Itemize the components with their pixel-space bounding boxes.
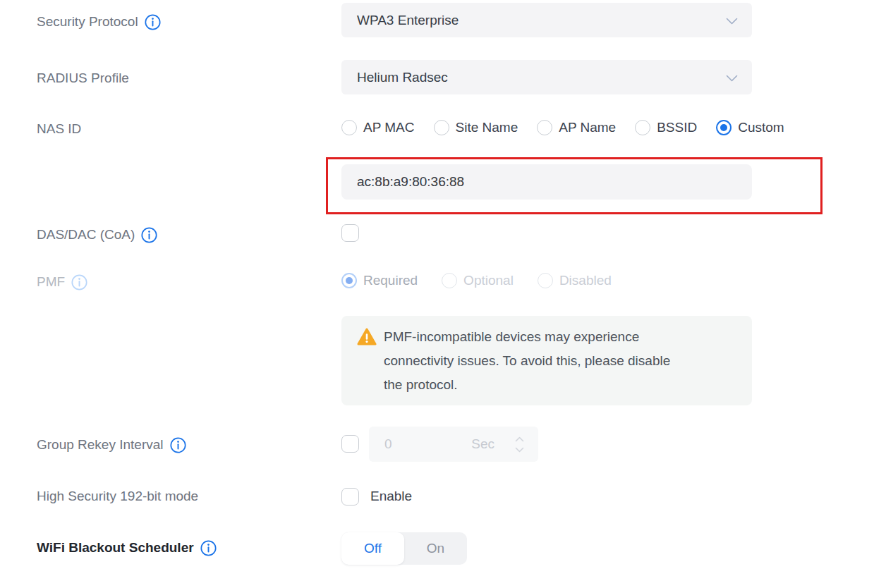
nas-id-option-ap-name[interactable]: AP Name <box>537 120 616 135</box>
chevron-down-icon <box>726 13 738 29</box>
chevron-down-icon <box>726 71 738 86</box>
security-protocol-label: Security Protocol <box>37 13 161 31</box>
warning-icon <box>357 328 377 350</box>
group-rekey-unit: Sec <box>471 427 494 462</box>
nas-id-label: NAS ID <box>37 120 81 138</box>
toggle-on-option[interactable]: On <box>404 532 467 565</box>
high-security-enable-checkbox[interactable] <box>341 488 359 506</box>
group-rekey-value-input[interactable] <box>369 427 482 462</box>
pmf-option-required: Required <box>341 273 418 288</box>
pmf-warning-notice: PMF-incompatible devices may experience … <box>341 316 752 405</box>
radio-icon <box>434 120 449 135</box>
pmf-label: PMF <box>37 273 87 291</box>
nas-id-custom-input[interactable] <box>341 164 752 200</box>
info-icon[interactable] <box>145 14 161 30</box>
security-protocol-value: WPA3 Enterprise <box>357 13 726 28</box>
warning-text: PMF-incompatible devices may experience … <box>384 325 740 397</box>
radio-icon <box>635 120 650 135</box>
wifi-blackout-toggle: Off On <box>341 532 467 565</box>
info-icon[interactable] <box>200 540 217 556</box>
info-icon[interactable] <box>141 227 157 243</box>
group-rekey-stepper: Sec <box>369 427 538 462</box>
radius-profile-value: Helium Radsec <box>357 70 726 85</box>
pmf-option-optional: Optional <box>442 273 514 288</box>
pmf-option-disabled: Disabled <box>538 273 612 288</box>
group-rekey-interval-label: Group Rekey Interval <box>37 436 186 454</box>
toggle-off-option[interactable]: Off <box>341 532 404 565</box>
high-security-enable-label: Enable <box>370 487 412 506</box>
group-rekey-checkbox[interactable] <box>341 435 359 453</box>
wireless-security-settings-form: Security Protocol WPA3 Enterprise RADIUS… <box>0 0 874 588</box>
radio-selected-icon <box>341 273 357 288</box>
radio-icon <box>442 273 457 288</box>
das-dac-label: DAS/DAC (CoA) <box>37 226 157 244</box>
radio-selected-icon <box>716 120 732 135</box>
radio-icon <box>537 120 552 135</box>
radio-icon <box>341 120 357 135</box>
info-icon[interactable] <box>170 437 186 453</box>
security-protocol-select[interactable]: WPA3 Enterprise <box>341 3 752 37</box>
radius-profile-label: RADIUS Profile <box>37 69 129 87</box>
stepper-arrows <box>515 427 524 462</box>
nas-id-option-site-name[interactable]: Site Name <box>434 120 518 135</box>
nas-id-option-bssid[interactable]: BSSID <box>635 120 697 135</box>
high-security-label: High Security 192-bit mode <box>37 487 198 506</box>
nas-id-option-ap-mac[interactable]: AP MAC <box>341 120 415 135</box>
nas-id-radio-group: AP MAC Site Name AP Name BSSID Custom <box>341 120 784 135</box>
radio-icon <box>538 273 553 288</box>
radius-profile-select[interactable]: Helium Radsec <box>341 60 752 94</box>
nas-id-option-custom[interactable]: Custom <box>716 120 784 135</box>
info-icon-disabled[interactable] <box>71 274 87 290</box>
das-dac-checkbox[interactable] <box>341 224 359 242</box>
stepper-down-icon[interactable] <box>515 447 524 453</box>
wifi-blackout-scheduler-label: WiFi Blackout Scheduler <box>37 539 217 557</box>
stepper-up-icon[interactable] <box>515 436 524 442</box>
pmf-radio-group: Required Optional Disabled <box>341 273 612 288</box>
